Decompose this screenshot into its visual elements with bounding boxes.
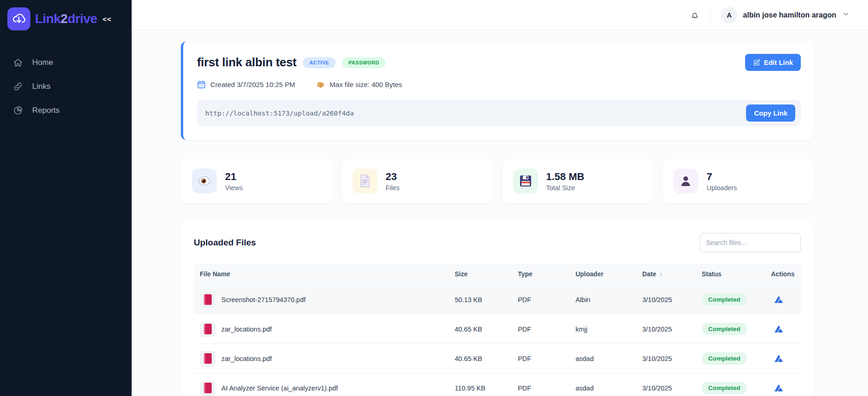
user-name: albin jose hamilton aragon (743, 11, 836, 19)
file-name: AI Analyzer Service (ai_analyzerv1).pdf (221, 384, 338, 392)
file-size: 40.65 KB (449, 355, 512, 362)
stat-value: 1.58 MB (546, 171, 584, 183)
max-file-size: Max file size: 400 Bytes (316, 80, 402, 89)
column-date[interactable]: Date↓ (637, 270, 696, 278)
stat-label: Total Size (546, 184, 584, 192)
column-uploader[interactable]: Uploader (569, 270, 636, 278)
google-drive-icon (774, 295, 784, 305)
table-header-row: File Name Size Type Uploader Date↓ Statu… (194, 263, 801, 285)
file-size: 40.65 KB (449, 326, 512, 333)
file-uploader: asdad (569, 384, 636, 392)
google-drive-icon (774, 354, 784, 364)
file-date: 3/10/2025 (637, 296, 696, 303)
top-header: A albin jose hamilton aragon (132, 0, 868, 30)
stat-label: Files (386, 184, 400, 192)
copy-link-button[interactable]: Copy Link (746, 105, 795, 122)
person-icon (673, 169, 698, 193)
file-name: zar_locations.pdf (221, 355, 272, 362)
sidebar-item-reports[interactable]: Reports (6, 100, 125, 121)
chevron-down-icon (842, 10, 850, 20)
notifications-button[interactable] (689, 10, 700, 20)
pdf-file-icon (200, 321, 215, 337)
edit-link-label: Edit Link (764, 58, 793, 66)
column-type[interactable]: Type (512, 270, 569, 278)
pdf-file-icon (200, 380, 215, 396)
package-icon (316, 80, 325, 89)
eye-icon (192, 169, 217, 193)
sidebar-item-links[interactable]: Links (6, 76, 125, 97)
cloud-upload-logo-icon (7, 7, 30, 30)
column-actions: Actions (765, 270, 801, 278)
column-status[interactable]: Status (696, 270, 765, 278)
sidebar-item-label: Links (32, 82, 51, 91)
main-content: first link albin test ACTIVE PASSWORD Ed… (132, 30, 868, 396)
google-drive-icon (774, 324, 784, 334)
edit-icon (753, 59, 760, 66)
file-size: 50.13 KB (449, 296, 512, 303)
google-drive-icon (774, 383, 784, 393)
copy-link-label: Copy Link (754, 109, 787, 117)
files-table: File Name Size Type Uploader Date↓ Statu… (194, 263, 801, 396)
column-file-name[interactable]: File Name (194, 270, 449, 278)
file-type: PDF (512, 296, 569, 303)
google-drive-button[interactable] (774, 383, 784, 393)
sidebar-item-label: Home (32, 58, 53, 67)
status-badge: Completed (702, 352, 747, 365)
stat-label: Views (225, 184, 243, 192)
stat-value: 7 (706, 171, 737, 183)
floppy-disk-icon (513, 169, 538, 193)
search-files-input[interactable] (700, 233, 801, 252)
table-row: zar_locations.pdf 40.65 KB PDF kmjj 3/10… (194, 314, 801, 344)
file-uploader: kmjj (569, 326, 636, 333)
file-uploader: asdad (569, 355, 636, 362)
pdf-file-icon (200, 292, 215, 308)
status-badge: Completed (702, 382, 747, 394)
password-badge: PASSWORD (342, 57, 386, 68)
google-drive-button[interactable] (774, 324, 784, 334)
google-drive-button[interactable] (774, 354, 784, 364)
bell-icon (689, 10, 700, 20)
share-url-box: http://localhost:5173/upload/a260f4da Co… (197, 100, 801, 126)
file-size: 110.95 KB (449, 384, 512, 392)
sidebar-nav: Home Links Reports (0, 52, 132, 121)
header-divider (710, 8, 711, 22)
file-date: 3/10/2025 (637, 326, 696, 333)
sidebar-item-label: Reports (32, 106, 60, 115)
brand-name: Link2drive (35, 12, 97, 26)
pie-chart-icon (13, 105, 23, 116)
file-type: PDF (512, 326, 569, 333)
link-icon (13, 82, 23, 92)
table-row: zar_locations.pdf 40.65 KB PDF asdad 3/1… (194, 344, 801, 373)
stat-card-views: 21 Views (181, 158, 332, 204)
share-url: http://localhost:5173/upload/a260f4da (205, 110, 746, 117)
file-date: 3/10/2025 (637, 355, 696, 362)
link-detail-card: first link albin test ACTIVE PASSWORD Ed… (181, 41, 814, 140)
sidebar: Link2drive << Home Links Reports (0, 0, 132, 396)
edit-link-button[interactable]: Edit Link (745, 54, 801, 71)
status-badge: Completed (702, 293, 747, 306)
uploaded-files-card: Uploaded Files File Name Size Type Uploa… (181, 220, 814, 396)
pdf-file-icon (200, 351, 215, 367)
file-name: zar_locations.pdf (221, 326, 272, 333)
home-icon (13, 58, 23, 68)
document-icon (353, 169, 377, 193)
file-type: PDF (512, 355, 569, 362)
file-type: PDF (512, 384, 569, 392)
sidebar-item-home[interactable]: Home (6, 52, 125, 73)
stats-row: 21 Views 23 Files (181, 158, 814, 204)
collapse-sidebar-button[interactable]: << (103, 15, 112, 23)
file-date: 3/10/2025 (637, 384, 696, 392)
google-drive-button[interactable] (774, 295, 784, 305)
stat-card-files: 23 Files (341, 158, 493, 204)
status-badge: Completed (702, 323, 747, 335)
user-menu[interactable]: A albin jose hamilton aragon (721, 7, 850, 23)
brand-logo: Link2drive << (0, 0, 132, 37)
column-size[interactable]: Size (449, 270, 512, 278)
avatar: A (721, 7, 737, 23)
stat-card-uploaders: 7 Uploaders (662, 158, 814, 204)
created-date: Created 3/7/2025 10:25 PM (197, 80, 295, 89)
status-badge-active: ACTIVE (303, 57, 336, 68)
table-row: AI Analyzer Service (ai_analyzerv1).pdf … (194, 373, 801, 396)
stat-card-total-size: 1.58 MB Total Size (502, 158, 654, 204)
link-title: first link albin test (197, 55, 296, 70)
